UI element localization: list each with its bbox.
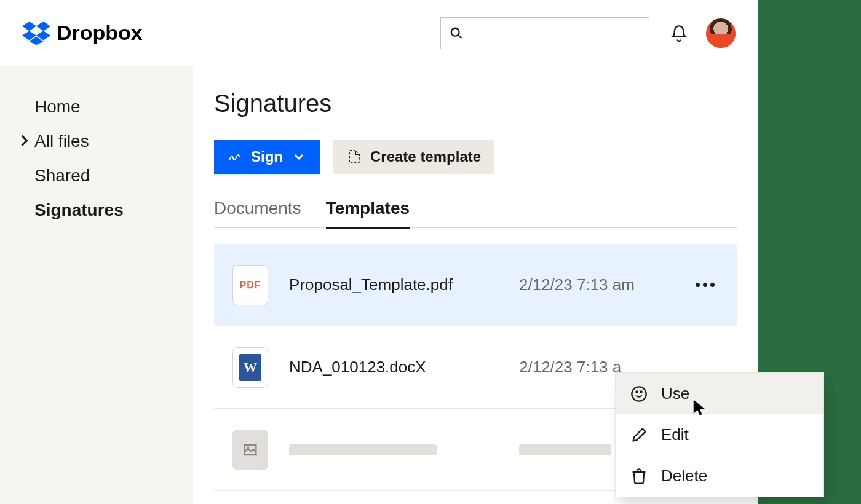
pencil-icon <box>630 427 648 444</box>
header: Dropbox <box>0 0 758 66</box>
docx-icon <box>232 347 268 388</box>
create-template-button[interactable]: Create template <box>333 140 494 174</box>
file-date: 2/12/23 7:13 am <box>519 275 670 294</box>
action-row: Sign Create template <box>214 140 737 174</box>
file-name-skeleton <box>289 444 498 455</box>
svg-point-5 <box>640 391 641 392</box>
sidebar-item-label: Shared <box>34 166 90 185</box>
context-menu-edit[interactable]: Edit <box>616 414 823 455</box>
svg-point-3 <box>632 387 646 401</box>
sign-button-label: Sign <box>251 148 283 165</box>
sidebar-item-signatures[interactable]: Signatures <box>0 193 193 227</box>
context-menu-delete[interactable]: Delete <box>616 455 823 497</box>
notifications-icon[interactable] <box>670 25 688 42</box>
context-menu-label: Use <box>661 384 689 403</box>
sidebar-item-shared[interactable]: Shared <box>0 159 193 193</box>
avatar[interactable] <box>706 18 736 48</box>
template-icon <box>347 149 362 164</box>
context-menu-label: Edit <box>661 425 689 444</box>
search-input[interactable] <box>440 17 649 49</box>
signature-icon <box>228 149 242 164</box>
sign-button[interactable]: Sign <box>214 140 320 174</box>
tab-documents[interactable]: Documents <box>214 199 301 229</box>
more-actions-button[interactable] <box>691 283 718 287</box>
file-name: NDA_010123.docX <box>289 358 498 377</box>
chevron-down-icon <box>292 149 306 164</box>
context-menu: Use Edit Delete <box>615 372 824 497</box>
svg-point-0 <box>451 28 459 36</box>
sidebar-item-home[interactable]: Home <box>0 90 193 124</box>
trash-icon <box>630 468 648 485</box>
main: Signatures Sign Create temp <box>193 66 758 504</box>
cursor-icon <box>691 398 710 417</box>
tab-templates[interactable]: Templates <box>326 199 410 229</box>
dropbox-icon <box>22 21 50 45</box>
smile-icon <box>630 385 648 403</box>
sidebar: Home All files Shared Signatures <box>0 66 193 504</box>
image-placeholder-icon <box>232 430 268 470</box>
sidebar-item-label: Home <box>34 97 81 116</box>
svg-point-4 <box>636 391 637 392</box>
svg-line-1 <box>458 34 462 38</box>
create-template-label: Create template <box>370 148 481 165</box>
pdf-icon: PDF <box>232 265 268 305</box>
context-menu-use[interactable]: Use <box>616 373 823 414</box>
logo[interactable]: Dropbox <box>22 21 143 45</box>
svg-point-2 <box>247 446 250 449</box>
file-name: Proposal_Template.pdf <box>289 275 498 294</box>
tabs: Documents Templates <box>214 199 737 228</box>
sidebar-item-all-files[interactable]: All files <box>0 124 193 159</box>
context-menu-label: Delete <box>661 467 707 486</box>
page-title: Signatures <box>214 90 737 117</box>
search-icon <box>450 26 463 40</box>
brand-name: Dropbox <box>57 21 143 45</box>
sidebar-item-label: All files <box>34 132 89 151</box>
sidebar-item-label: Signatures <box>34 200 124 219</box>
table-row[interactable]: PDF Proposal_Template.pdf 2/12/23 7:13 a… <box>214 244 737 326</box>
